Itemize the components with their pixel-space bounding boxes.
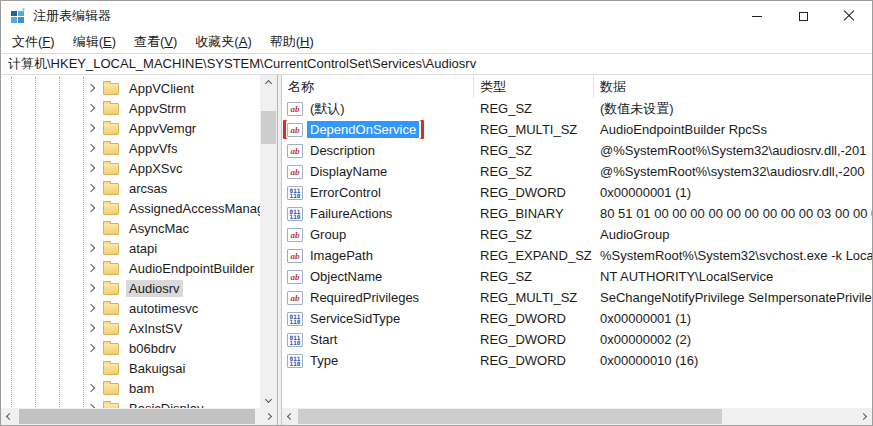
tree-vertical-scrollbar[interactable] [260,75,277,408]
main-area: AppVClientAppvStrmAppvVemgrAppvVfsAppXSv… [1,75,872,425]
scroll-right-button[interactable] [855,408,872,425]
tree-item-bam[interactable]: bam [1,378,260,398]
string-value-icon: ab [287,123,303,137]
address-bar[interactable]: 计算机\HKEY_LOCAL_MACHINE\SYSTEM\CurrentCon… [1,53,872,75]
maximize-button[interactable] [780,1,826,31]
tree-item-AudioEndpointBuilder[interactable]: AudioEndpointBuilder [1,258,260,278]
registry-editor-app-icon [10,8,26,24]
chevron-right-icon[interactable] [87,244,95,252]
scroll-right-icon [860,413,867,420]
menu-item-f[interactable]: 文件(F) [3,31,64,53]
list-horizontal-scroll-thumb[interactable] [298,409,722,424]
tree-item-AppvVfs[interactable]: AppvVfs [1,138,260,158]
column-header-type[interactable]: 类型 [474,75,594,98]
value-name: RequiredPrivileges [307,289,422,306]
tree-item-label: AudioEndpointBuilder [126,260,257,277]
menu-item-v[interactable]: 查看(V) [125,31,186,53]
registry-value-row[interactable]: 011110ErrorControlREG_DWORD0x00000001 (1… [282,182,872,203]
value-type-cell: REG_EXPAND_SZ [474,248,594,263]
minimize-button[interactable] [734,1,780,31]
value-name: Type [307,352,341,369]
registry-value-row[interactable]: abDescriptionREG_SZ@%SystemRoot%\System3… [282,140,872,161]
chevron-right-icon[interactable] [87,144,95,152]
chevron-right-icon[interactable] [87,344,95,352]
folder-icon [103,83,119,95]
scroll-left-button[interactable] [282,408,299,425]
chevron-right-icon[interactable] [87,84,95,92]
value-name-cell: 011110ServiceSidType [282,309,474,328]
tree-item-arcsas[interactable]: arcsas [1,178,260,198]
tree-item-AppvVemgr[interactable]: AppvVemgr [1,118,260,138]
folder-icon [103,183,119,195]
chevron-right-icon[interactable] [87,104,95,112]
annotation-highlight-box: abDependOnService [286,120,421,139]
chevron-right-icon[interactable] [87,324,95,332]
registry-value-row[interactable]: abGroupREG_SZAudioGroup [282,224,872,245]
value-data-cell: 0x00000001 (1) [594,311,872,326]
chevron-right-icon[interactable] [87,184,95,192]
value-data-cell: 0x00000001 (1) [594,185,872,200]
folder-icon [103,283,119,295]
close-button[interactable] [826,1,872,31]
tree-item-Audiosrv[interactable]: Audiosrv [1,278,260,298]
menu-item-a[interactable]: 收藏夹(A) [186,31,260,53]
tree-item-AppXSvc[interactable]: AppXSvc [1,158,260,178]
value-name-inner: abDescription [286,141,380,160]
tree-item-AssignedAccessManager[interactable]: AssignedAccessManager [1,198,260,218]
tree-item-label: atapi [126,240,160,257]
folder-icon [103,203,119,215]
registry-value-row[interactable]: 011110StartREG_DWORD0x00000002 (2) [282,329,872,350]
chevron-right-icon[interactable] [87,384,95,392]
registry-value-row[interactable]: 011110ServiceSidTypeREG_DWORD0x00000001 … [282,308,872,329]
tree-item-AsyncMac[interactable]: AsyncMac [1,218,260,238]
registry-value-row[interactable]: 011110TypeREG_DWORD0x00000010 (16) [282,350,872,371]
tree-horizontal-scroll-thumb[interactable] [19,409,255,424]
value-name: ServiceSidType [307,310,403,327]
tree-item-AppVClient[interactable]: AppVClient [1,78,260,98]
chevron-right-icon[interactable] [87,304,95,312]
chevron-right-icon[interactable] [87,204,95,212]
binary-value-icon: 011110 [287,186,303,200]
tree-item-autotimesvc[interactable]: autotimesvc [1,298,260,318]
list-horizontal-scrollbar[interactable] [282,408,872,425]
scroll-left-icon [6,413,13,420]
scroll-up-button[interactable] [260,75,277,92]
tree-item-b06bdrv[interactable]: b06bdrv [1,338,260,358]
registry-value-row[interactable]: abImagePathREG_EXPAND_SZ%SystemRoot%\Sys… [282,245,872,266]
value-type-cell: REG_DWORD [474,332,594,347]
column-header-name[interactable]: 名称 [282,75,474,98]
chevron-right-icon[interactable] [87,264,95,272]
menu-item-e[interactable]: 编辑(E) [64,31,125,53]
value-name-inner: abRequiredPrivileges [286,288,424,307]
column-header-data[interactable]: 数据 [594,75,872,98]
tree-item-AppvStrm[interactable]: AppvStrm [1,98,260,118]
menu-item-h[interactable]: 帮助(H) [261,31,323,53]
chevron-right-icon[interactable] [87,124,95,132]
chevron-right-icon[interactable] [87,164,95,172]
folder-icon [103,223,119,235]
tree-vertical-scroll-thumb[interactable] [261,111,276,144]
registry-value-row[interactable]: abDisplayNameREG_SZ@%SystemRoot%\system3… [282,161,872,182]
tree-item-AxInstSV[interactable]: AxInstSV [1,318,260,338]
registry-value-row[interactable]: abObjectNameREG_SZNT AUTHORITY\LocalServ… [282,266,872,287]
tree-item-label: AppVClient [126,80,197,97]
tree-item-label: AsyncMac [126,220,192,237]
registry-value-row[interactable]: abDependOnServiceREG_MULTI_SZAudioEndpoi… [282,119,872,140]
chevron-right-icon[interactable] [87,284,95,292]
value-name-cell: 011110FailureActions [282,204,474,223]
tree-horizontal-scrollbar[interactable] [1,408,277,425]
scroll-left-button[interactable] [1,408,18,425]
scroll-down-button[interactable] [260,391,277,408]
scroll-left-icon [287,413,294,420]
tree-item-Bakuigsai[interactable]: Bakuigsai [1,358,260,378]
address-path: 计算机\HKEY_LOCAL_MACHINE\SYSTEM\CurrentCon… [8,55,476,73]
registry-value-row[interactable]: ab(默认)REG_SZ(数值未设置) [282,98,872,119]
tree-item-atapi[interactable]: atapi [1,238,260,258]
string-value-icon: ab [287,291,303,305]
registry-value-row[interactable]: abRequiredPrivilegesREG_MULTI_SZSeChange… [282,287,872,308]
binary-value-icon: 011110 [287,312,303,326]
registry-value-row[interactable]: 011110FailureActionsREG_BINARY80 51 01 0… [282,203,872,224]
value-data-cell: (数值未设置) [594,100,872,118]
value-name-inner: 011110Type [286,351,343,370]
scroll-right-button[interactable] [260,408,277,425]
